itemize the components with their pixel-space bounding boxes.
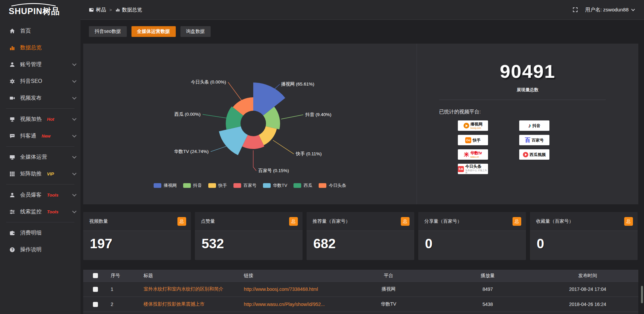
table-header-平台: 平台 <box>339 273 438 279</box>
stat-card-title: 收藏量（百家号） <box>536 218 574 224</box>
table-header-播放量: 播放量 <box>438 273 537 279</box>
bar-chart-icon <box>115 7 120 12</box>
row-checkbox[interactable] <box>93 302 98 307</box>
chevron-down-icon <box>72 209 76 213</box>
video-url-link[interactable]: http://www.wasu.cn/Play/show/id/952... <box>244 302 325 307</box>
sidebar-item-label: 视频加热 <box>20 116 42 123</box>
legend-item-播视网[interactable]: 播视网 <box>154 182 177 189</box>
cell-views: 5438 <box>438 302 537 307</box>
stat-card-value: 682 <box>307 231 414 251</box>
sidebar-item-label: 消费明细 <box>20 229 42 237</box>
breadcrumb-current[interactable]: 数据总览 <box>115 7 142 13</box>
scrollbar-thumb[interactable] <box>641 286 643 303</box>
sidebar-item-账号管理[interactable]: 账号管理 <box>0 56 80 73</box>
row-checkbox[interactable] <box>93 287 98 292</box>
chevron-down-icon <box>72 133 76 138</box>
chevron-down-icon <box>72 192 76 197</box>
sidebar-item-矩阵助推[interactable]: 矩阵助推VIP <box>0 165 80 182</box>
svg-text:?: ? <box>11 248 13 252</box>
sidebar-item-抖音SEO[interactable]: 抖音SEO <box>0 73 80 90</box>
legend-swatch <box>319 183 326 188</box>
legend-item-今日头条[interactable]: 今日头条 <box>319 182 346 189</box>
select-all-checkbox[interactable] <box>93 273 98 278</box>
sidebar-item-首页[interactable]: 首页 <box>0 22 80 39</box>
sidebar-item-label: 首页 <box>20 28 31 35</box>
sidebar-item-视频发布[interactable]: 视频发布 <box>0 90 80 106</box>
douyin-logo-icon: ♪ <box>528 123 531 128</box>
pie-label-line-抖音 <box>281 115 303 119</box>
cell-link: http://www.wasu.cn/Play/show/id/952... <box>240 302 339 307</box>
legend-item-百家号[interactable]: 百家号 <box>233 182 257 189</box>
cell-seq: 2 <box>107 302 140 307</box>
table-header-checkbox-cell <box>83 273 107 278</box>
videos-table: 序号标题链接平台播放量发布时间1室外水纹灯和室内水纹灯的区别和简介http://… <box>83 270 638 314</box>
legend-item-快手[interactable]: 快手 <box>208 182 227 189</box>
sidebar-item-label: 抖客通 <box>20 133 36 140</box>
stat-card-点赞量: 点赞量总532 <box>195 212 303 260</box>
cell-title: 楼体投影灯投影效果震撼上市 <box>140 301 240 307</box>
pie-label-华数TV: 华数TV (24.74%) <box>174 149 209 154</box>
breadcrumb-home-label: 树品 <box>96 7 106 13</box>
table-header-row: 序号标题链接平台播放量发布时间 <box>83 270 638 282</box>
total-badge: 总 <box>624 217 633 226</box>
video-title-link[interactable]: 室外水纹灯和室内水纹灯的区别和简介 <box>144 286 223 292</box>
sidebar-item-线索监控[interactable]: 线索监控Tools <box>0 203 80 220</box>
tab-询盘数据[interactable]: 询盘数据 <box>180 26 211 37</box>
sidebar-item-全媒体运营[interactable]: 全媒体运营 <box>0 149 80 165</box>
baijiahao-logo-icon: 百 <box>525 138 530 143</box>
tab-抖音seo数据[interactable]: 抖音seo数据 <box>89 26 127 37</box>
fullscreen-button[interactable] <box>573 7 578 12</box>
sidebar-item-会员爆客[interactable]: 会员爆客Tools <box>0 187 80 203</box>
stat-card-收藏量（百家号）: 收藏量（百家号）总0 <box>530 212 638 260</box>
breadcrumb-home[interactable]: 树品 <box>89 7 106 13</box>
sidebar-item-消费明细[interactable]: 消费明细 <box>0 224 80 241</box>
kuaishou-logo-icon: Oo <box>465 137 471 143</box>
legend-label: 播视网 <box>164 182 177 189</box>
user-menu[interactable]: 用户名: zswodun88 <box>585 7 634 13</box>
sidebar-badge-VIP: VIP <box>47 171 54 176</box>
table-header-标题: 标题 <box>140 273 240 279</box>
chart-legend: 播视网抖音快手百家号华数TV西瓜今日头条 <box>83 182 417 189</box>
chevron-down-icon <box>72 116 76 121</box>
stat-card-value: 532 <box>195 231 303 251</box>
legend-label: 今日头条 <box>329 182 346 189</box>
stat-card-value: 0 <box>530 231 638 251</box>
legend-swatch <box>293 183 301 188</box>
platform-name: 西瓜视频 <box>530 153 546 157</box>
platform-badge-今日头条: 头条今日头条头条是什么 才能上头条 <box>458 164 488 174</box>
platform-badge-抖音: ♪抖音 <box>519 120 549 131</box>
sidebar-item-抖客通[interactable]: 抖客通New <box>0 127 80 144</box>
legend-label: 快手 <box>218 182 227 189</box>
sidebar-badge-Tools: Tools <box>47 209 58 214</box>
legend-item-抖音[interactable]: 抖音 <box>183 182 202 189</box>
sidebar-item-label: 操作说明 <box>20 246 42 253</box>
impressions-total-label: 展现量总数 <box>417 87 638 93</box>
total-badge: 总 <box>513 217 521 226</box>
platform-badge-快手: Oo快手 <box>458 135 488 145</box>
tab-全媒体运营数据[interactable]: 全媒体运营数据 <box>131 26 176 37</box>
video-icon <box>9 95 15 101</box>
platforms-grid: 播视网boosj.com♪抖音Oo快手百百家号米华数tvwasu.cn西瓜视频头… <box>458 120 638 174</box>
sidebar-menu: 首页数据总览账号管理抖音SEO视频发布视频加热Hot抖客通New全媒体运营矩阵助… <box>0 20 80 258</box>
chevron-down-icon <box>72 154 76 159</box>
cell-time: 2018-04-26 16:24 <box>537 302 638 307</box>
platform-badge-播视网: 播视网boosj.com <box>458 120 488 131</box>
pie-hole <box>240 111 266 136</box>
platform-name: 今日头条 <box>465 164 481 168</box>
sidebar-item-操作说明[interactable]: ?操作说明 <box>0 241 80 258</box>
stat-cards: 视频数量总197点赞量总532推荐量（百家号）总682分享量（百家号）总0收藏量… <box>83 212 638 260</box>
sidebar-item-数据总览[interactable]: 数据总览 <box>0 39 80 56</box>
table-header-序号: 序号 <box>107 273 140 279</box>
platform-name: 播视网 <box>471 122 483 126</box>
sidebar-item-视频加热[interactable]: 视频加热Hot <box>0 111 80 127</box>
sidebar-divider <box>6 222 74 222</box>
video-url-link[interactable]: http://www.boosj.com/7338468.html <box>244 286 318 292</box>
cell-views: 8497 <box>438 286 537 292</box>
cell-link: http://www.boosj.com/7338468.html <box>240 286 339 292</box>
legend-item-华数TV[interactable]: 华数TV <box>263 182 287 189</box>
pie-label-今日头条: 今日头条 (0.00%) <box>191 80 226 85</box>
video-title-link[interactable]: 楼体投影灯投影效果震撼上市 <box>144 301 205 307</box>
table-header-链接: 链接 <box>240 273 339 279</box>
legend-item-西瓜[interactable]: 西瓜 <box>293 182 312 189</box>
stat-card-value: 0 <box>418 231 526 251</box>
